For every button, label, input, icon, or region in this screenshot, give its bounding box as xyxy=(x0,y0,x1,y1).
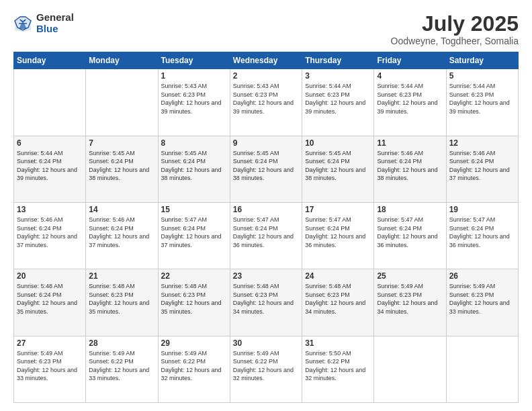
calendar-cell: 7Sunrise: 5:45 AM Sunset: 6:24 PM Daylig… xyxy=(86,136,158,202)
cell-info: Sunrise: 5:43 AM Sunset: 6:23 PM Dayligh… xyxy=(161,82,227,116)
day-number: 5 xyxy=(449,71,515,81)
day-number: 1 xyxy=(161,71,227,81)
cell-info: Sunrise: 5:46 AM Sunset: 6:24 PM Dayligh… xyxy=(89,216,154,249)
day-number: 13 xyxy=(17,205,83,214)
day-number: 31 xyxy=(305,338,371,348)
cell-info: Sunrise: 5:47 AM Sunset: 6:24 PM Dayligh… xyxy=(233,216,299,249)
calendar-cell: 30Sunrise: 5:49 AM Sunset: 6:22 PM Dayli… xyxy=(230,336,302,402)
day-header-wednesday: Wednesday xyxy=(230,52,302,69)
cell-info: Sunrise: 5:44 AM Sunset: 6:23 PM Dayligh… xyxy=(305,82,371,116)
day-number: 6 xyxy=(17,138,83,148)
calendar-cell: 8Sunrise: 5:45 AM Sunset: 6:24 PM Daylig… xyxy=(158,136,230,202)
cell-info: Sunrise: 5:44 AM Sunset: 6:23 PM Dayligh… xyxy=(449,82,515,116)
day-number: 10 xyxy=(305,138,371,148)
day-number: 17 xyxy=(305,205,371,214)
calendar-cell: 28Sunrise: 5:49 AM Sunset: 6:22 PM Dayli… xyxy=(86,336,158,402)
cell-info: Sunrise: 5:49 AM Sunset: 6:22 PM Dayligh… xyxy=(161,349,227,383)
day-number: 12 xyxy=(449,138,515,148)
day-number: 25 xyxy=(377,271,443,281)
cell-info: Sunrise: 5:49 AM Sunset: 6:22 PM Dayligh… xyxy=(233,349,299,383)
day-number: 18 xyxy=(377,205,443,214)
logo-blue-text: Blue xyxy=(36,24,74,35)
day-number: 27 xyxy=(17,338,83,348)
logo-icon xyxy=(13,14,32,33)
cell-info: Sunrise: 5:48 AM Sunset: 6:23 PM Dayligh… xyxy=(305,282,371,316)
day-number: 21 xyxy=(89,271,154,281)
calendar-header-row: SundayMondayTuesdayWednesdayThursdayFrid… xyxy=(14,52,519,69)
calendar-cell: 4Sunrise: 5:44 AM Sunset: 6:23 PM Daylig… xyxy=(374,69,446,136)
location: Oodweyne, Togdheer, Somalia xyxy=(391,36,519,46)
cell-info: Sunrise: 5:47 AM Sunset: 6:24 PM Dayligh… xyxy=(305,216,371,249)
logo-text: General Blue xyxy=(36,12,74,34)
calendar-cell: 9Sunrise: 5:45 AM Sunset: 6:24 PM Daylig… xyxy=(230,136,302,202)
calendar-week-row: 27Sunrise: 5:49 AM Sunset: 6:23 PM Dayli… xyxy=(14,336,519,402)
calendar-cell: 10Sunrise: 5:45 AM Sunset: 6:24 PM Dayli… xyxy=(302,136,374,202)
calendar-cell: 27Sunrise: 5:49 AM Sunset: 6:23 PM Dayli… xyxy=(14,336,86,402)
page: General Blue July 2025 Oodweyne, Togdhee… xyxy=(0,0,532,411)
cell-info: Sunrise: 5:43 AM Sunset: 6:23 PM Dayligh… xyxy=(233,82,299,116)
day-header-thursday: Thursday xyxy=(302,52,374,69)
day-number: 28 xyxy=(89,338,154,348)
calendar-cell: 16Sunrise: 5:47 AM Sunset: 6:24 PM Dayli… xyxy=(230,202,302,269)
calendar-week-row: 13Sunrise: 5:46 AM Sunset: 6:24 PM Dayli… xyxy=(14,202,519,269)
calendar-cell: 15Sunrise: 5:47 AM Sunset: 6:24 PM Dayli… xyxy=(158,202,230,269)
day-number: 26 xyxy=(449,271,515,281)
day-header-friday: Friday xyxy=(374,52,446,69)
cell-info: Sunrise: 5:46 AM Sunset: 6:24 PM Dayligh… xyxy=(377,149,443,183)
calendar-cell: 13Sunrise: 5:46 AM Sunset: 6:24 PM Dayli… xyxy=(14,202,86,269)
calendar-table: SundayMondayTuesdayWednesdayThursdayFrid… xyxy=(13,52,519,403)
cell-info: Sunrise: 5:48 AM Sunset: 6:24 PM Dayligh… xyxy=(17,282,83,316)
calendar-cell: 31Sunrise: 5:50 AM Sunset: 6:22 PM Dayli… xyxy=(302,336,374,402)
cell-info: Sunrise: 5:47 AM Sunset: 6:24 PM Dayligh… xyxy=(449,216,515,249)
calendar-cell xyxy=(14,69,86,136)
calendar-cell: 21Sunrise: 5:48 AM Sunset: 6:23 PM Dayli… xyxy=(86,269,158,336)
calendar-cell: 20Sunrise: 5:48 AM Sunset: 6:24 PM Dayli… xyxy=(14,269,86,336)
title-block: July 2025 Oodweyne, Togdheer, Somalia xyxy=(391,12,519,46)
calendar-week-row: 6Sunrise: 5:44 AM Sunset: 6:24 PM Daylig… xyxy=(14,136,519,202)
day-number: 11 xyxy=(377,138,443,148)
cell-info: Sunrise: 5:45 AM Sunset: 6:24 PM Dayligh… xyxy=(233,149,299,183)
cell-info: Sunrise: 5:44 AM Sunset: 6:24 PM Dayligh… xyxy=(17,149,83,183)
calendar-week-row: 1Sunrise: 5:43 AM Sunset: 6:23 PM Daylig… xyxy=(14,69,519,136)
day-number: 4 xyxy=(377,71,443,81)
calendar-cell: 23Sunrise: 5:48 AM Sunset: 6:23 PM Dayli… xyxy=(230,269,302,336)
calendar-cell xyxy=(446,336,518,402)
cell-info: Sunrise: 5:49 AM Sunset: 6:23 PM Dayligh… xyxy=(377,282,443,316)
cell-info: Sunrise: 5:45 AM Sunset: 6:24 PM Dayligh… xyxy=(161,149,227,183)
calendar-cell: 3Sunrise: 5:44 AM Sunset: 6:23 PM Daylig… xyxy=(302,69,374,136)
day-header-sunday: Sunday xyxy=(14,52,86,69)
calendar-cell: 18Sunrise: 5:47 AM Sunset: 6:24 PM Dayli… xyxy=(374,202,446,269)
cell-info: Sunrise: 5:45 AM Sunset: 6:24 PM Dayligh… xyxy=(305,149,371,183)
cell-info: Sunrise: 5:48 AM Sunset: 6:23 PM Dayligh… xyxy=(89,282,154,316)
day-number: 30 xyxy=(233,338,299,348)
calendar-cell: 26Sunrise: 5:49 AM Sunset: 6:23 PM Dayli… xyxy=(446,269,518,336)
day-number: 19 xyxy=(449,205,515,214)
cell-info: Sunrise: 5:49 AM Sunset: 6:23 PM Dayligh… xyxy=(449,282,515,316)
calendar-cell: 1Sunrise: 5:43 AM Sunset: 6:23 PM Daylig… xyxy=(158,69,230,136)
calendar-cell: 11Sunrise: 5:46 AM Sunset: 6:24 PM Dayli… xyxy=(374,136,446,202)
calendar-cell: 2Sunrise: 5:43 AM Sunset: 6:23 PM Daylig… xyxy=(230,69,302,136)
cell-info: Sunrise: 5:45 AM Sunset: 6:24 PM Dayligh… xyxy=(89,149,154,183)
calendar-cell: 17Sunrise: 5:47 AM Sunset: 6:24 PM Dayli… xyxy=(302,202,374,269)
day-header-saturday: Saturday xyxy=(446,52,518,69)
calendar-cell: 12Sunrise: 5:46 AM Sunset: 6:24 PM Dayli… xyxy=(446,136,518,202)
cell-info: Sunrise: 5:46 AM Sunset: 6:24 PM Dayligh… xyxy=(449,149,515,183)
header: General Blue July 2025 Oodweyne, Togdhee… xyxy=(13,12,519,46)
cell-info: Sunrise: 5:47 AM Sunset: 6:24 PM Dayligh… xyxy=(377,216,443,249)
logo: General Blue xyxy=(13,12,74,34)
day-number: 23 xyxy=(233,271,299,281)
day-number: 9 xyxy=(233,138,299,148)
day-header-tuesday: Tuesday xyxy=(158,52,230,69)
day-number: 20 xyxy=(17,271,83,281)
day-number: 2 xyxy=(233,71,299,81)
cell-info: Sunrise: 5:48 AM Sunset: 6:23 PM Dayligh… xyxy=(161,282,227,316)
logo-general-text: General xyxy=(36,12,74,24)
calendar-cell: 19Sunrise: 5:47 AM Sunset: 6:24 PM Dayli… xyxy=(446,202,518,269)
day-number: 14 xyxy=(89,205,154,214)
day-number: 7 xyxy=(89,138,154,148)
calendar-cell: 5Sunrise: 5:44 AM Sunset: 6:23 PM Daylig… xyxy=(446,69,518,136)
cell-info: Sunrise: 5:46 AM Sunset: 6:24 PM Dayligh… xyxy=(17,216,83,249)
cell-info: Sunrise: 5:44 AM Sunset: 6:23 PM Dayligh… xyxy=(377,82,443,116)
month-title: July 2025 xyxy=(391,12,519,36)
day-header-monday: Monday xyxy=(86,52,158,69)
